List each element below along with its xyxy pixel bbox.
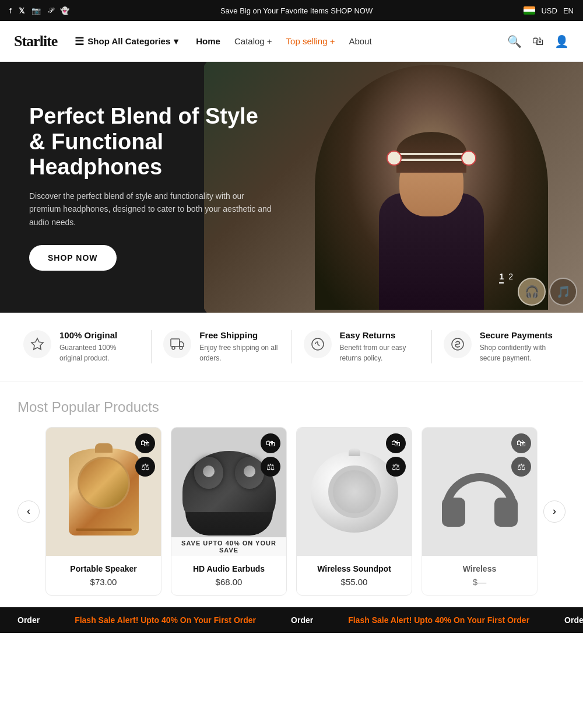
products-carousel: ‹ 🛍 ⚖ Portable Speaker $73 xyxy=(17,427,566,596)
announcement-text: Save Big on Your Favorite Items SHOP NOW xyxy=(220,6,373,15)
original-icon xyxy=(23,330,51,358)
user-icon[interactable]: 👤 xyxy=(554,34,569,48)
product-4-name: Wireless xyxy=(430,564,529,573)
product-1-info: Portable Speaker $73.00 xyxy=(46,556,161,595)
product-card-4: 🛍 ⚖ Wireless $— xyxy=(422,427,538,596)
nav-catalog[interactable]: Catalog + xyxy=(234,36,272,46)
product-1-price: $73.00 xyxy=(54,577,153,587)
main-nav: Home Catalog + Top selling + About xyxy=(196,36,507,46)
categories-label: Shop All Categories xyxy=(87,36,170,46)
feature-original: 100% Original Guaranteed 100% original p… xyxy=(17,330,145,363)
product-2-badge: SAVE UPTO 40% ON YOUR SAVE xyxy=(171,537,286,556)
twitter-icon[interactable]: 𝕏 xyxy=(19,6,24,15)
feature-returns-desc: Benefit from our easy returns policy. xyxy=(340,342,420,363)
feature-payments-title: Secure Payments xyxy=(480,330,560,340)
hero-content: Perfect Blend of Style & Functional Head… xyxy=(0,104,303,271)
hero-pagination: 1 2 xyxy=(499,272,513,284)
feature-original-title: 100% Original xyxy=(59,330,139,340)
product-card-3: 🛍 ⚖ Wireless Soundpot $55.00 xyxy=(296,427,412,596)
feature-returns-text: Easy Returns Benefit from our easy retur… xyxy=(340,330,420,363)
product-1-compare-button[interactable]: ⚖ xyxy=(135,457,155,477)
top-bar: f 𝕏 📷 𝒫 👻 Save Big on Your Favorite Item… xyxy=(0,0,583,21)
section-title: Most Popular Products xyxy=(17,399,566,415)
svg-rect-1 xyxy=(171,339,180,346)
hero-thumb-2[interactable]: 🎵 xyxy=(549,278,577,306)
product-3-cart-button[interactable]: 🛍 xyxy=(386,433,406,453)
language-selector[interactable]: EN xyxy=(563,6,574,15)
instagram-icon[interactable]: 📷 xyxy=(31,6,41,15)
feature-payments: Secure Payments Shop confidently with se… xyxy=(438,330,566,363)
cart-icon[interactable]: 🛍 xyxy=(532,34,544,48)
product-3-name: Wireless Soundpot xyxy=(305,564,403,573)
feature-payments-text: Secure Payments Shop confidently with se… xyxy=(480,330,560,363)
product-2-info: HD Audio Earbuds $68.00 xyxy=(171,556,286,595)
pinterest-icon[interactable]: 𝒫 xyxy=(48,6,53,15)
feature-shipping-title: Free Shipping xyxy=(199,330,279,340)
hamburger-icon: ☰ xyxy=(75,35,84,48)
hero-subtitle: Discover the perfect blend of style and … xyxy=(29,190,274,229)
announcement-bar: Save Big on Your Favorite Items SHOP NOW xyxy=(69,6,524,15)
svg-point-3 xyxy=(180,346,182,349)
currency-flag xyxy=(524,6,535,15)
currency-selector[interactable]: USD xyxy=(541,6,557,15)
carousel-next-button[interactable]: › xyxy=(543,501,566,523)
nav-about[interactable]: About xyxy=(349,36,371,46)
flash-sale-banner: Order Flash Sale Alert! Upto 40% On Your… xyxy=(0,607,583,633)
flash-item-3: Order xyxy=(273,607,331,633)
product-card-1: 🛍 ⚖ Portable Speaker $73.00 xyxy=(45,427,161,596)
flash-item-1: Order xyxy=(0,607,57,633)
hero-thumbnails: 🎧 🎵 xyxy=(518,278,577,306)
product-image-3: 🛍 ⚖ xyxy=(297,428,412,556)
snapchat-icon[interactable]: 👻 xyxy=(60,6,69,15)
feature-payments-desc: Shop confidently with secure payment. xyxy=(480,342,560,363)
product-1-name: Portable Speaker xyxy=(54,564,153,573)
hero-title: Perfect Blend of Style & Functional Head… xyxy=(29,104,274,180)
flash-sale-content: Order Flash Sale Alert! Upto 40% On Your… xyxy=(0,607,583,633)
product-4-price: $— xyxy=(430,577,529,587)
svg-marker-0 xyxy=(31,338,43,349)
features-section: 100% Original Guaranteed 100% original p… xyxy=(0,313,583,382)
feature-returns: Easy Returns Benefit from our easy retur… xyxy=(298,330,426,363)
feature-returns-title: Easy Returns xyxy=(340,330,420,340)
hero-thumb-1[interactable]: 🎧 xyxy=(518,278,546,306)
categories-chevron-icon: ▾ xyxy=(174,36,178,47)
feature-shipping-desc: Enjoy free shipping on all orders. xyxy=(199,342,279,363)
product-image-1: 🛍 ⚖ xyxy=(46,428,161,556)
product-3-compare-button[interactable]: ⚖ xyxy=(386,457,406,477)
divider-1 xyxy=(151,330,152,363)
product-2-cart-button[interactable]: 🛍 xyxy=(261,433,280,453)
product-2-compare-button[interactable]: ⚖ xyxy=(261,457,280,477)
site-header: Starlite ☰ Shop All Categories ▾ Home Ca… xyxy=(0,21,583,62)
product-3-price: $55.00 xyxy=(305,577,403,587)
nav-home[interactable]: Home xyxy=(196,36,220,46)
product-3-info: Wireless Soundpot $55.00 xyxy=(297,556,412,595)
product-4-compare-button[interactable]: ⚖ xyxy=(511,457,531,477)
hero-dot-2[interactable]: 2 xyxy=(508,272,513,284)
flash-item-4: Flash Sale Alert! Upto 40% On Your First… xyxy=(331,607,547,633)
hero-dot-1[interactable]: 1 xyxy=(499,272,504,284)
top-bar-controls[interactable]: USD EN xyxy=(524,6,574,15)
feature-original-text: 100% Original Guaranteed 100% original p… xyxy=(59,330,139,363)
product-4-cart-button[interactable]: 🛍 xyxy=(511,433,531,453)
hero-section: Perfect Blend of Style & Functional Head… xyxy=(0,62,583,313)
product-image-2: SAVE UPTO 40% ON YOUR SAVE 🛍 ⚖ xyxy=(171,428,286,556)
facebook-icon[interactable]: f xyxy=(9,6,12,15)
product-card-2: SAVE UPTO 40% ON YOUR SAVE 🛍 ⚖ HD Audio … xyxy=(171,427,287,596)
divider-3 xyxy=(431,330,432,363)
product-2-name: HD Audio Earbuds xyxy=(180,564,278,573)
search-icon[interactable]: 🔍 xyxy=(507,34,522,48)
nav-top-selling[interactable]: Top selling + xyxy=(286,36,335,46)
product-1-cart-button[interactable]: 🛍 xyxy=(135,433,155,453)
products-grid: 🛍 ⚖ Portable Speaker $73.00 xyxy=(45,427,538,596)
section-title-main: Most Popular xyxy=(17,399,100,415)
hero-cta-button[interactable]: SHOP NOW xyxy=(29,245,117,271)
categories-button[interactable]: ☰ Shop All Categories ▾ xyxy=(69,32,184,51)
site-logo[interactable]: Starlite xyxy=(14,33,57,50)
feature-shipping-text: Free Shipping Enjoy free shipping on all… xyxy=(199,330,279,363)
products-section: Most Popular Products ‹ 🛍 ⚖ xyxy=(0,382,583,607)
divider-2 xyxy=(292,330,292,363)
flash-item-5: Order xyxy=(547,607,583,633)
social-links[interactable]: f 𝕏 📷 𝒫 👻 xyxy=(9,6,69,15)
carousel-prev-button[interactable]: ‹ xyxy=(17,501,40,523)
returns-icon xyxy=(304,330,332,358)
